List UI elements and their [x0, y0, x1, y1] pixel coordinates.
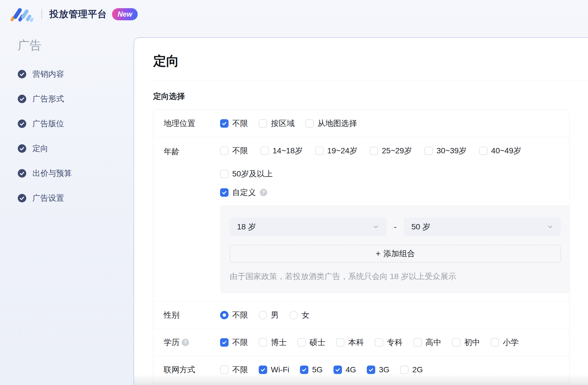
- checkbox: [452, 338, 460, 347]
- option-label: 不限: [232, 118, 248, 129]
- checkbox: [220, 188, 229, 197]
- checkbox-age-30-39[interactable]: 30~39岁: [424, 145, 467, 156]
- checkbox: [259, 366, 267, 374]
- option-label: 3G: [379, 365, 389, 374]
- row-label: 性别: [164, 310, 220, 320]
- help-icon[interactable]: ?: [182, 339, 189, 346]
- row-label: 学历 ?: [164, 337, 220, 348]
- checkmark-icon: [221, 190, 227, 195]
- checkbox: [259, 338, 267, 347]
- checkbox: [220, 147, 229, 155]
- checkbox-net-wifi[interactable]: Wi-Fi: [259, 365, 289, 374]
- checkbox: [413, 338, 422, 347]
- sidebar-item-ad-format[interactable]: 广告形式: [18, 94, 134, 104]
- checkbox-age-unlimited[interactable]: 不限: [220, 145, 248, 156]
- checkbox-age-25-29[interactable]: 25~29岁: [370, 145, 412, 156]
- check-circle-icon: [18, 194, 26, 202]
- row-label: 地理位置: [164, 118, 220, 129]
- checkmark-icon: [335, 367, 341, 373]
- brand-logo-icon: [9, 5, 34, 23]
- checkbox-edu-master[interactable]: 硕士: [297, 337, 325, 348]
- checkbox-age-40-49[interactable]: 40~49岁: [479, 145, 521, 156]
- checkbox-net-4g[interactable]: 4G: [334, 365, 356, 374]
- check-circle-icon: [18, 144, 26, 153]
- section-label: 定向选择: [153, 91, 588, 102]
- option-label: 不限: [232, 337, 248, 348]
- checkbox: [375, 338, 383, 347]
- chevron-down-icon: [547, 224, 554, 230]
- age-to-select[interactable]: 50 岁: [404, 218, 561, 236]
- checkbox: [297, 338, 306, 347]
- checkbox-age-14-18[interactable]: 14~18岁: [260, 145, 303, 156]
- checkbox-age-19-24[interactable]: 19~24岁: [315, 145, 357, 156]
- sidebar-item-label: 广告形式: [32, 94, 64, 104]
- checkbox-edu-primary[interactable]: 小学: [491, 337, 519, 348]
- help-icon[interactable]: ?: [260, 189, 267, 196]
- sidebar-item-ad-settings[interactable]: 广告设置: [18, 193, 134, 203]
- row-label-text: 学历: [164, 337, 179, 348]
- checkbox: [315, 147, 324, 155]
- checkmark-icon: [368, 367, 374, 373]
- sidebar-item-bid-budget[interactable]: 出价与预算: [18, 168, 134, 179]
- checkbox: [220, 119, 229, 128]
- check-circle-icon: [18, 169, 26, 178]
- checkmark-icon: [301, 367, 307, 373]
- radio-gender-male[interactable]: 男: [259, 310, 279, 320]
- checkbox-edu-middleschool[interactable]: 初中: [452, 337, 480, 348]
- checkbox-edu-doctor[interactable]: 博士: [259, 337, 287, 348]
- checkbox-geo-unlimited[interactable]: 不限: [220, 118, 248, 129]
- checkbox: [220, 366, 229, 374]
- age-from-select[interactable]: 18 岁: [230, 218, 387, 236]
- row-label: 年龄: [164, 145, 220, 157]
- checkbox: [424, 147, 433, 155]
- option-label: 2G: [412, 365, 423, 374]
- add-combination-button[interactable]: + 添加组合: [230, 245, 561, 263]
- checkbox-edu-associate[interactable]: 专科: [375, 337, 403, 348]
- row-network: 联网方式 不限 Wi-Fi 5G 4G: [153, 356, 569, 383]
- age-policy-note: 由于国家政策，若投放酒类广告，系统只会向 18 岁以上受众展示: [230, 271, 561, 282]
- checkbox-edu-unlimited[interactable]: 不限: [220, 337, 248, 348]
- sidebar-item-label: 广告版位: [32, 118, 64, 129]
- checkbox-edu-bachelor[interactable]: 本科: [336, 337, 364, 348]
- checkbox-net-5g[interactable]: 5G: [300, 365, 322, 374]
- checkbox-age-50-plus[interactable]: 50岁及以上: [220, 169, 273, 179]
- radio: [259, 311, 267, 319]
- row-geo-location: 地理位置 不限 按区域 从地图选择: [153, 110, 569, 137]
- new-badge: New: [112, 8, 138, 20]
- sidebar-item-marketing-content[interactable]: 营销内容: [18, 69, 134, 79]
- check-circle-icon: [18, 70, 26, 78]
- sidebar-item-ad-placement[interactable]: 广告版位: [18, 118, 134, 129]
- option-label: 小学: [503, 337, 519, 348]
- option-label: 初中: [464, 337, 480, 348]
- range-separator: -: [387, 222, 404, 232]
- checkbox-age-custom[interactable]: 自定义: [220, 187, 256, 198]
- add-combination-label: 添加组合: [383, 248, 415, 259]
- step-sidebar: 广告 营销内容 广告形式 广告版位 定向 出价与预算 广告设置: [0, 28, 134, 385]
- checkbox-net-2g[interactable]: 2G: [400, 365, 423, 374]
- radio-gender-unlimited[interactable]: 不限: [220, 310, 248, 320]
- checkbox-net-unlimited[interactable]: 不限: [220, 364, 248, 375]
- checkmark-icon: [221, 340, 227, 345]
- option-label: 博士: [271, 337, 287, 348]
- divider: [153, 80, 588, 80]
- checkbox-geo-from-map[interactable]: 从地图选择: [305, 118, 357, 129]
- checkbox: [305, 119, 314, 128]
- sidebar-item-targeting[interactable]: 定向: [18, 143, 134, 154]
- option-label: 硕士: [310, 337, 325, 348]
- sidebar-item-label: 出价与预算: [32, 168, 72, 179]
- option-label: 25~29岁: [382, 145, 412, 156]
- radio-gender-female[interactable]: 女: [289, 310, 310, 320]
- age-range-panel: 18 岁 - 50 岁 + 添加组合 由于国家政策，若投放酒类广告，系统只会: [220, 205, 570, 293]
- page-title: 定向: [153, 52, 588, 70]
- checkbox: [479, 147, 488, 155]
- checkbox: [300, 366, 308, 374]
- checkbox-net-3g[interactable]: 3G: [367, 365, 389, 374]
- checkbox-edu-highschool[interactable]: 高中: [413, 337, 441, 348]
- option-label: Wi-Fi: [271, 365, 289, 374]
- row-age: 年龄 不限 14~18岁 19~24岁: [153, 137, 569, 301]
- header-divider: [41, 9, 42, 19]
- option-label: 女: [302, 310, 310, 320]
- checkbox: [260, 147, 269, 155]
- checkbox-geo-by-region[interactable]: 按区域: [259, 118, 295, 129]
- chevron-down-icon: [372, 224, 379, 230]
